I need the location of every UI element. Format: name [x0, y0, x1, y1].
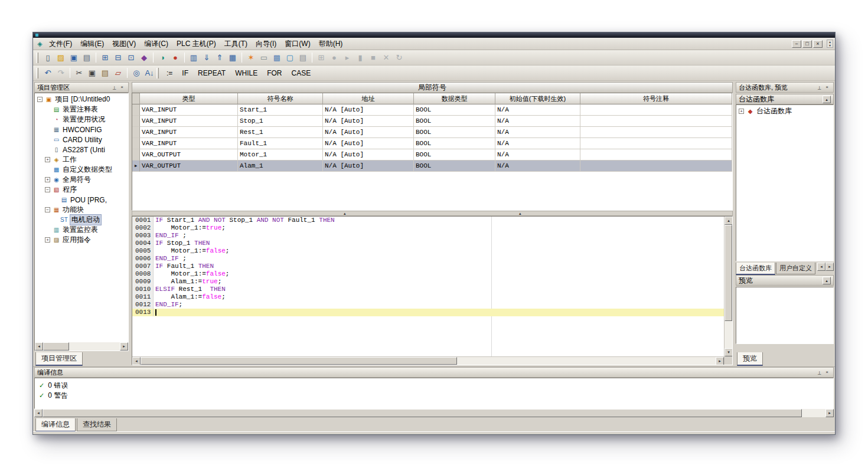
symbol-row-Rest_1[interactable]: VAR_INPUTRest_1N/A [Auto]BOOLN/A: [132, 127, 732, 138]
new-file-icon[interactable]: ▯: [41, 51, 54, 64]
scroll-thumb[interactable]: [141, 357, 457, 365]
code-area[interactable]: 0001IF Start_1 AND NOT Stop_1 AND NOT Fa…: [132, 217, 724, 356]
menu-wizard[interactable]: 向导(I): [252, 38, 280, 50]
code-line-0002[interactable]: 0002 Motor_1:=true;: [132, 224, 724, 232]
expander-icon[interactable]: +: [739, 109, 744, 114]
scroll-left-button[interactable]: ◂: [35, 342, 43, 351]
download-to-plc-icon[interactable]: ⇓: [200, 51, 213, 64]
toolbar-grip[interactable]: [156, 68, 159, 78]
close-icon[interactable]: ×: [118, 84, 126, 91]
scroll-thumb[interactable]: [43, 342, 69, 351]
code-line-0008[interactable]: 0008 Motor_1:=false;: [132, 270, 724, 278]
scroll-down-button[interactable]: ▾: [725, 348, 733, 356]
code-line-0003[interactable]: 0003END_IF ;: [132, 232, 724, 240]
st-button-for[interactable]: FOR: [262, 68, 286, 78]
tab-scroll-right-button[interactable]: ▸: [825, 263, 834, 271]
tab-scroll-left-button[interactable]: ◂: [817, 263, 825, 271]
wrench-tool-icon[interactable]: ✶: [244, 51, 257, 64]
tree-item-device-usage[interactable]: ◔装置使用状况: [35, 114, 128, 125]
upload-from-plc-icon[interactable]: ⇑: [213, 51, 226, 64]
code-line-0006[interactable]: 0006END_IF ;: [132, 255, 724, 263]
project-tree-horizontal-scrollbar[interactable]: ◂ ▸: [35, 342, 128, 351]
tab-compile-message[interactable]: 编译信息: [35, 418, 76, 432]
mdi-close-button[interactable]: ×: [813, 40, 823, 48]
pin-icon[interactable]: ⊤: [815, 84, 823, 91]
code-line-0005[interactable]: 0005 Motor_1:=false;: [132, 247, 724, 255]
row-selector[interactable]: [132, 138, 140, 149]
tree-item-device-monitor-table[interactable]: ▥装置监控表: [35, 225, 128, 235]
stop-simulator-icon[interactable]: ●: [169, 51, 182, 64]
zoom-icon[interactable]: ◎: [130, 67, 143, 79]
tab-delta-library[interactable]: 台达函数库: [736, 263, 775, 275]
scroll-track[interactable]: [141, 357, 716, 365]
row-selector[interactable]: [132, 127, 140, 138]
simulator-icon[interactable]: ◑: [156, 51, 169, 64]
column-header[interactable]: 数据类型: [414, 93, 495, 104]
save-icon[interactable]: ▣: [67, 51, 80, 64]
tree-item-global-symbols[interactable]: +◉全局符号: [35, 175, 128, 185]
expander-icon[interactable]: +: [45, 157, 50, 162]
menu-window[interactable]: 窗口(W): [280, 38, 314, 50]
splitter-collapse-icon[interactable]: ▴: [519, 211, 521, 216]
toolbar-grip[interactable]: [36, 53, 38, 63]
tab-user-defined[interactable]: 用户自定义: [776, 263, 815, 274]
pin-icon[interactable]: ⊤: [815, 369, 823, 376]
tree-item-fb-motor-start[interactable]: ST电机启动: [35, 215, 128, 225]
tab-preview[interactable]: 预览: [737, 352, 763, 366]
help-book-icon[interactable]: ◆: [138, 51, 151, 64]
refresh-icon[interactable]: ↻: [393, 51, 406, 64]
menu-plc-host[interactable]: PLC 主机(P): [172, 38, 220, 50]
scroll-thumb[interactable]: [725, 225, 732, 321]
collapse-icon[interactable]: ▴: [823, 277, 831, 284]
tree-item-card-utility[interactable]: ▭CARD Utility: [35, 135, 128, 145]
tab-project-manager[interactable]: 项目管理区: [35, 352, 83, 366]
clear-device-icon[interactable]: ✕: [380, 51, 393, 64]
close-icon[interactable]: ×: [823, 84, 831, 91]
online-monitor-icon[interactable]: ▦: [226, 51, 239, 64]
st-button-case[interactable]: CASE: [287, 68, 316, 78]
menu-view[interactable]: 视图(V): [108, 38, 140, 50]
tree-item-device-comment-table[interactable]: ▤装置注释表: [35, 104, 128, 114]
row-selector[interactable]: [132, 116, 140, 127]
symbol-row-Start_1[interactable]: VAR_INPUTStart_1N/A [Auto]BOOLN/A: [132, 104, 732, 116]
hwconfig-tool-icon[interactable]: ▩: [270, 51, 283, 64]
print-icon[interactable]: ▤: [80, 51, 93, 64]
symbol-row-Fault_1[interactable]: VAR_INPUTFault_1N/A [Auto]BOOLN/A: [132, 138, 732, 149]
expander-icon[interactable]: +: [45, 177, 50, 182]
comment-view-icon[interactable]: ▤: [296, 51, 309, 64]
collapse-icon[interactable]: ▴: [823, 96, 831, 103]
st-button-if[interactable]: IF: [177, 68, 193, 78]
tree-item-tasks[interactable]: +◈工作: [35, 155, 128, 165]
mdi-restore-button[interactable]: □: [802, 40, 812, 48]
scroll-left-button[interactable]: ◂: [132, 357, 141, 365]
column-header[interactable]: 符号名称: [238, 93, 323, 104]
breakpoint-icon[interactable]: ●: [328, 51, 341, 64]
tree-item-pou-prg[interactable]: ▤POU [PRG,: [35, 195, 128, 205]
scroll-up-button[interactable]: ▴: [725, 217, 733, 225]
expander-icon[interactable]: +: [45, 237, 50, 243]
scroll-right-button[interactable]: ▸: [825, 409, 834, 417]
menu-compile[interactable]: 编译(C): [140, 38, 172, 50]
tree-item-project-root[interactable]: −▣项目 [D:\Untitled0: [35, 94, 128, 104]
window-tile-icon[interactable]: ⊟: [112, 51, 125, 64]
tree-item-application-instructions[interactable]: +▨应用指令: [35, 235, 128, 245]
editor-vertical-scrollbar[interactable]: ▴ ▾: [724, 217, 732, 365]
preview-section-header[interactable]: 预览 ▴: [736, 275, 834, 286]
row-selector[interactable]: [132, 104, 140, 116]
code-line-0012[interactable]: 0012END_IF;: [132, 301, 724, 309]
open-folder-icon[interactable]: ▨: [54, 51, 67, 64]
st-button-while[interactable]: WHILE: [230, 68, 262, 78]
column-header[interactable]: 地址: [323, 93, 414, 104]
pin-icon[interactable]: ⊤: [110, 84, 118, 91]
memory-card-icon[interactable]: ▭: [257, 51, 270, 64]
column-header[interactable]: 类型: [140, 93, 238, 104]
expander-icon[interactable]: −: [45, 187, 50, 192]
menu-help[interactable]: 帮助(H): [315, 38, 347, 50]
window-arrange-icon[interactable]: ⊡: [125, 51, 138, 64]
code-line-0009[interactable]: 0009 Alam_1:=true;: [132, 278, 724, 286]
st-button-repeat[interactable]: REPEAT: [193, 68, 230, 78]
device-view-icon[interactable]: ▢: [283, 51, 296, 64]
scroll-track[interactable]: [43, 409, 825, 417]
new-window-icon[interactable]: ⊞: [315, 51, 328, 64]
window-cascade-icon[interactable]: ⊞: [99, 51, 112, 64]
